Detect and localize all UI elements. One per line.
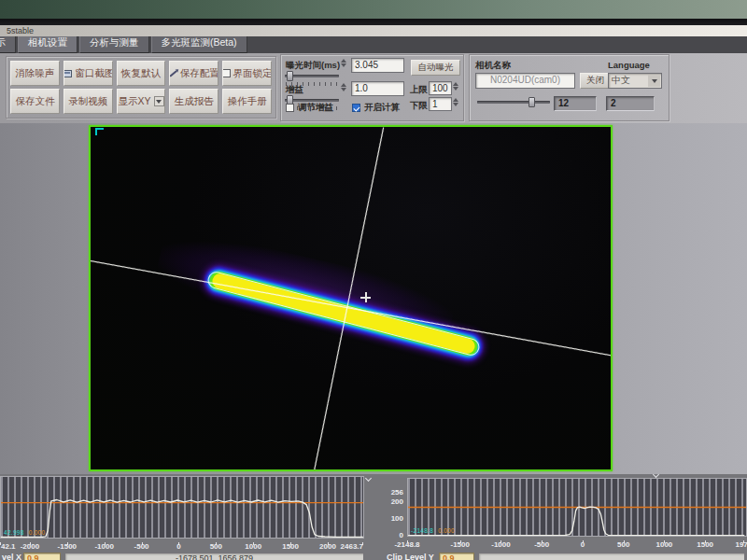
axis-tick-label: 1500 (282, 542, 299, 551)
toolbar-button-1-2[interactable]: 显示XY (117, 89, 166, 114)
tab-3[interactable]: 多光斑监测(Beta) (151, 36, 247, 53)
upper-limit-label: 上限 (410, 84, 428, 96)
axis-tick-label: 100 (391, 514, 403, 523)
y-overlay-value-2: 0.000 (438, 527, 455, 534)
lower-limit-input[interactable]: 1 (429, 97, 452, 111)
enable-calc-label: 开启计算 (364, 102, 400, 114)
camera-name-label: 相机名称 (475, 60, 511, 72)
toolbar-button-0-3[interactable]: 保存配置 (169, 61, 218, 86)
toolbar-button-0-0[interactable]: 消除噪声 (10, 61, 60, 86)
chevron-down-icon[interactable] (648, 75, 660, 87)
y-profile-y-axis-labels: 2562001000 (385, 474, 405, 539)
x-profile-plot: 42.9980.000 (0, 476, 364, 539)
x-profile-axis-labels: 42.1-2000-1500-1000-50005001000150020002… (0, 539, 364, 552)
x-clip-level-label: vel X (2, 553, 21, 560)
axis-tick-label: -2000 (21, 542, 39, 551)
monitor-bezel (0, 19, 747, 25)
viewport-background (0, 123, 747, 474)
axis-tick-label: 42.1 (1, 542, 16, 551)
auto-exposure-button[interactable]: 自动曝光 (411, 60, 460, 76)
screen: 5stable 显示相机设置分析与测量多光斑监测(Beta) 消除噪声窗口截图恢… (0, 0, 747, 560)
axis-tick-label: -1500 (451, 540, 470, 549)
axis-tick-label: 0 (581, 540, 585, 549)
axis-tick-label: -1000 (94, 542, 113, 551)
y-clip-level-label: Clip Level Y (387, 553, 434, 560)
language-value: 中文 (612, 75, 630, 85)
chevron-down-icon[interactable] (154, 96, 164, 106)
x-clip-level-input[interactable]: 0.9 (23, 553, 61, 560)
camera-slider-value: 12 (554, 96, 597, 111)
enable-calc-checkbox-box[interactable] (352, 104, 360, 112)
toolbar-button-1-4[interactable]: 操作手册 (222, 89, 272, 114)
adjust-gain-checkbox-box[interactable] (286, 104, 294, 112)
camera-slider[interactable] (477, 96, 550, 113)
camera-image-view[interactable] (89, 125, 613, 471)
exposure-group: 曝光时间(ms) 3.045 自动曝光 增益 1.0 上限 100 下限 1 调… (280, 54, 464, 121)
axis-tick-label: 200 (391, 497, 403, 506)
tab-0[interactable]: 显示 (0, 36, 16, 53)
window-titlebar: 5stable (0, 25, 747, 36)
toolbar-group: 消除噪声窗口截图恢复默认保存配置界面锁定保存文件录制视频显示XY生成报告操作手册 (6, 56, 276, 119)
x-overlay-value-2: 0.000 (29, 529, 46, 536)
control-panel: 消除噪声窗口截图恢复默认保存配置界面锁定保存文件录制视频显示XY生成报告操作手册… (0, 53, 747, 123)
tab-2[interactable]: 分析与测量 (79, 36, 149, 53)
axis-tick-label: 500 (617, 540, 629, 549)
y-profile-axis-labels: -2148.8-1500-1000-5000500100015001971 (407, 538, 747, 550)
profile-charts-band: 42.9980.000 42.1-2000-1500-1000-50005001… (0, 474, 747, 560)
y-overlay-value-1: -2148.8 (411, 527, 433, 534)
axis-tick-label: 2000 (319, 542, 336, 551)
camera-group: 相机名称 N0204UD(cam0) 关闭 Language 中文 12 2 (469, 54, 669, 121)
chevron-down-icon[interactable] (365, 475, 372, 482)
axis-tick-label: 0 (400, 531, 403, 539)
lower-limit-label: 下限 (410, 100, 428, 112)
lock-checkbox[interactable] (222, 69, 230, 77)
tab-bar: 显示相机设置分析与测量多光斑监测(Beta) (0, 36, 747, 53)
x-beam-edges-readout: -1678.501 ,1656.879 (64, 553, 364, 560)
toolbar-button-1-0[interactable]: 保存文件 (10, 89, 60, 114)
axis-tick-label: 500 (210, 542, 222, 551)
y-clip-level-input[interactable]: 0.9 (439, 553, 474, 560)
window-title: 5stable (7, 26, 34, 35)
axis-tick-label: -500 (534, 540, 549, 549)
axis-tick-label: 1000 (656, 540, 673, 549)
toolbar-button-0-4[interactable]: 界面锁定 (222, 61, 272, 86)
adjust-gain-checkbox[interactable]: 调节增益 (286, 102, 333, 114)
roi-corner-marker-icon (95, 128, 104, 135)
pencil-icon (169, 70, 176, 77)
screenshot-icon (63, 70, 72, 77)
axis-tick-label: 1971 (735, 540, 747, 549)
x-overlay-value-1: 42.998 (4, 529, 24, 536)
toolbar-button-0-2[interactable]: 恢复默认 (117, 61, 166, 86)
enable-calc-checkbox[interactable]: 开启计算 (352, 102, 400, 114)
toolbar-button-0-1[interactable]: 窗口截图 (63, 61, 113, 86)
axis-tick-label: 1500 (697, 540, 713, 549)
upper-limit-spinner[interactable] (453, 82, 458, 91)
axis-tick-label: -1000 (491, 540, 510, 549)
camera-name-input[interactable]: N0204UD(cam0) (475, 73, 575, 89)
camera-close-button[interactable]: 关闭 (580, 73, 611, 89)
camera-aux-value: 2 (606, 96, 655, 111)
exposure-time-input[interactable]: 3.045 (351, 58, 404, 73)
cursor-cross-icon (360, 292, 371, 302)
gain-input[interactable]: 1.0 (351, 81, 404, 96)
axis-tick-label: 0 (176, 542, 180, 551)
gain-spinner[interactable] (341, 83, 346, 91)
axis-tick-label: -2148.8 (394, 540, 419, 549)
exposure-spinner[interactable] (341, 59, 346, 67)
language-select[interactable]: 中文 (608, 73, 662, 89)
x-profile-chart: 42.9980.000 42.1-2000-1500-1000-50005001… (0, 474, 365, 560)
y-beam-edges-readout (478, 553, 745, 560)
axis-tick-label: 256 (391, 488, 403, 497)
y-profile-plot: -2148.80.000 (407, 478, 747, 537)
toolbar-button-1-1[interactable]: 录制视频 (63, 89, 113, 114)
axis-tick-label: 1000 (245, 542, 261, 551)
axis-tick-label: -1500 (58, 542, 77, 551)
axis-tick-label: 2463.7 (341, 542, 363, 551)
photo-background-strip (0, 0, 747, 19)
lower-limit-spinner[interactable] (453, 98, 458, 106)
language-label: Language (608, 60, 650, 70)
toolbar-button-1-3[interactable]: 生成报告 (169, 89, 218, 114)
y-profile-chart: 2562001000 -2148.80.000 -2148.8-1500-100… (385, 474, 747, 560)
tab-1[interactable]: 相机设置 (18, 36, 78, 53)
upper-limit-input[interactable]: 100 (429, 81, 452, 95)
